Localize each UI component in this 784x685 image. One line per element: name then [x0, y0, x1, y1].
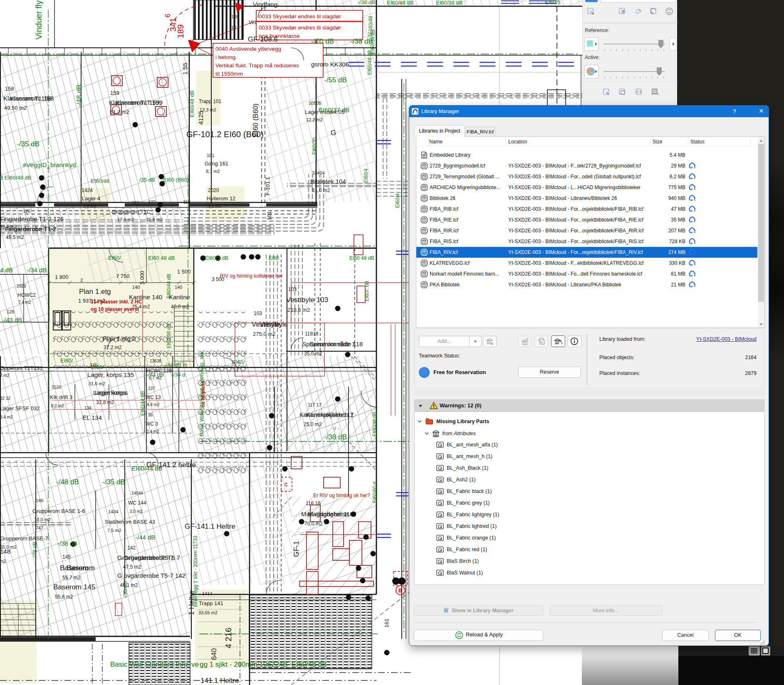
- svg-text:32,8 m2: 32,8 m2: [96, 399, 114, 405]
- svg-text:7,4 m2: 7,4 m2: [18, 300, 31, 305]
- svg-text:13638: 13638: [150, 359, 161, 363]
- svg-text:-/34 d: -/34 d: [171, 372, 185, 378]
- svg-text:Klasserom T1 159: Klasserom T1 159: [109, 99, 159, 106]
- svg-text:c: c: [284, 480, 288, 488]
- svg-text:Vindfang: Vindfang: [253, 1, 277, 8]
- svg-text:EI60/35: EI60/35: [312, 137, 317, 155]
- svg-text:46,1 m2: 46,1 m2: [120, 582, 138, 588]
- svg-text:EI60/48 dB: EI60/48 dB: [189, 91, 195, 117]
- svg-text:EI60/38 dB: EI60/38 dB: [436, 0, 462, 6]
- svg-text:EI60/4: EI60/4: [395, 193, 401, 208]
- svg-text:Stell/lenom BASE 43: Stell/lenom BASE 43: [105, 519, 155, 525]
- svg-text:101: 101: [266, 211, 272, 220]
- svg-text:EI60/5: EI60/5: [545, 0, 561, 5]
- svg-text:13,3 m2: 13,3 m2: [200, 107, 216, 112]
- svg-text:Matlagdghelse 116: Matlagdghelse 116: [301, 510, 354, 517]
- svg-text:-/48 dB: -/48 dB: [75, 84, 83, 107]
- svg-text:103: 103: [254, 310, 262, 316]
- svg-text:EI60/: EI60/: [60, 357, 73, 364]
- svg-text:Trapp 101: Trapp 101: [199, 99, 222, 104]
- svg-text:137: 137: [148, 386, 155, 391]
- svg-text:189: 189: [176, 25, 185, 38]
- svg-text:Vin: Vin: [249, 20, 256, 25]
- svg-text:640: 640: [210, 648, 218, 660]
- svg-text:61,0 m2: 61,0 m2: [312, 187, 330, 193]
- svg-text:1 55: 1 55: [181, 63, 188, 75]
- svg-text:161: 161: [207, 153, 214, 158]
- svg-text:10404: 10404: [312, 170, 325, 175]
- svg-text:14044: 14044: [131, 491, 143, 495]
- svg-text:til 1550mm: til 1550mm: [215, 71, 243, 77]
- svg-text:Gang 161: Gang 161: [205, 160, 228, 167]
- svg-text:EI60/: EI60/: [108, 255, 121, 261]
- svg-text:159: 159: [110, 90, 119, 96]
- svg-text:1 937,1 m2: 1 937,1 m2: [78, 298, 105, 304]
- svg-text:32 32: 32 32: [0, 396, 10, 401]
- svg-text:0040 Avstivende yttervegg: 0040 Avstivende yttervegg: [215, 46, 281, 52]
- svg-text:1424: 1424: [82, 187, 93, 193]
- svg-text:EI60 (B60): EI60 (B60): [252, 103, 260, 137]
- svg-text:8 EI60/48 dB: 8 EI60/48 dB: [0, 175, 31, 181]
- svg-text:55,7 m2: 55,7 m2: [62, 575, 81, 581]
- svg-text:Kantine 140: Kantine 140: [129, 293, 162, 301]
- svg-text:61,2 m2: 61,2 m2: [110, 109, 129, 115]
- svg-text:49,5 m2: 49,5 m2: [0, 224, 17, 229]
- svg-text:7 750: 7 750: [116, 273, 130, 279]
- svg-text:128: 128: [7, 309, 14, 314]
- svg-text:Klasserom T1 158: Klasserom T1 158: [3, 95, 54, 102]
- svg-text:1 800: 1 800: [55, 274, 69, 280]
- svg-text:WC 144: WC 144: [128, 500, 146, 506]
- svg-text:Vestibyle 103: Vestibyle 103: [286, 296, 328, 304]
- svg-text:Er RIV og himling ok her?: Er RIV og himling ok her?: [313, 493, 370, 498]
- svg-text:146: 146: [36, 498, 43, 503]
- svg-text:2020: 2020: [208, 187, 219, 193]
- svg-text:EI60/4: EI60/4: [363, 168, 369, 183]
- svg-text:Vertikal flukt. Trapp må redus: Vertikal flukt. Trapp må reduseres: [215, 62, 299, 69]
- svg-text:HCWC 13B: HCWC 13B: [146, 368, 172, 374]
- svg-text:Klk drift 3: Klk drift 3: [50, 394, 72, 400]
- svg-text:EI60/48 dB: EI60/48 dB: [367, 50, 373, 75]
- svg-text:HCWC2: HCWC2: [17, 292, 36, 298]
- svg-text:134: 134: [84, 406, 92, 410]
- svg-text:-/38 dB: -/38 dB: [57, 540, 77, 547]
- svg-text:218,6 m2: 218,6 m2: [287, 307, 310, 313]
- svg-text:Kantinekjøkken 117: Kantinekjøkken 117: [299, 411, 354, 418]
- svg-text:4 dB: 4 dB: [0, 266, 13, 274]
- svg-text:747: 747: [36, 525, 43, 530]
- svg-text:Grovgarderobe T5-7: Grovgarderobe T5-7: [117, 554, 174, 561]
- svg-text:-/70 dB: -/70 dB: [311, 37, 334, 45]
- svg-text:116 16: 116 16: [306, 500, 321, 506]
- svg-text:103: 103: [288, 286, 297, 292]
- svg-text:Lager, korps 135: Lager, korps 135: [87, 371, 134, 378]
- svg-text:10,0 m2: 10,0 m2: [34, 517, 51, 522]
- svg-text:35,0 m2: 35,0 m2: [304, 351, 322, 357]
- svg-text:12: 12: [231, 25, 236, 30]
- svg-text:Vinduer fly: Vinduer fly: [34, 0, 43, 39]
- svg-text:1434: 1434: [108, 509, 118, 514]
- svg-text:G ovgarderobe T5-7 142: G ovgarderobe T5-7 142: [117, 572, 185, 579]
- svg-text:Grupperom T1C: Grupperom T1C: [111, 209, 151, 215]
- svg-text:11818: 11818: [305, 331, 319, 337]
- svg-text:EI60/38 dB: EI60/38 dB: [166, 324, 172, 348]
- svg-text:25,4 m2: 25,4 m2: [132, 304, 150, 310]
- svg-text:EI60/38 dB: EI60/38 dB: [372, 412, 378, 436]
- svg-text:Plan 1.etg 2: Plan 1.etg 2: [102, 335, 136, 342]
- svg-text:Kantine: Kantine: [169, 293, 190, 301]
- svg-text:0033 Skyvedør endres til slagd: 0033 Skyvedør endres til slagdør: [259, 25, 341, 31]
- svg-text:G: G: [331, 129, 336, 137]
- svg-text:31,6 m2: 31,6 m2: [89, 381, 105, 386]
- svg-text:EI60 48 dB: EI60 48 dB: [148, 255, 175, 261]
- svg-text:275,0 m2: 275,0 m2: [253, 331, 275, 337]
- svg-text:Baserom 145: Baserom 145: [53, 583, 95, 591]
- svg-text:EL 134: EL 134: [82, 414, 102, 421]
- svg-text:40,0 m2: 40,0 m2: [171, 304, 189, 310]
- svg-text:7 m2: 7 m2: [0, 373, 10, 378]
- svg-text:117 17: 117 17: [308, 402, 322, 407]
- svg-text:-/44 dB m: -/44 dB m: [164, 362, 187, 368]
- svg-text:8: 8: [188, 39, 195, 43]
- svg-text:3,4 m2: 3,4 m2: [0, 415, 13, 419]
- svg-text:126: 126: [23, 209, 30, 214]
- svg-text:5 000: 5 000: [139, 271, 145, 284]
- svg-text:6: 6: [164, 14, 171, 17]
- svg-text:11,8 m2: 11,8 m2: [146, 217, 163, 222]
